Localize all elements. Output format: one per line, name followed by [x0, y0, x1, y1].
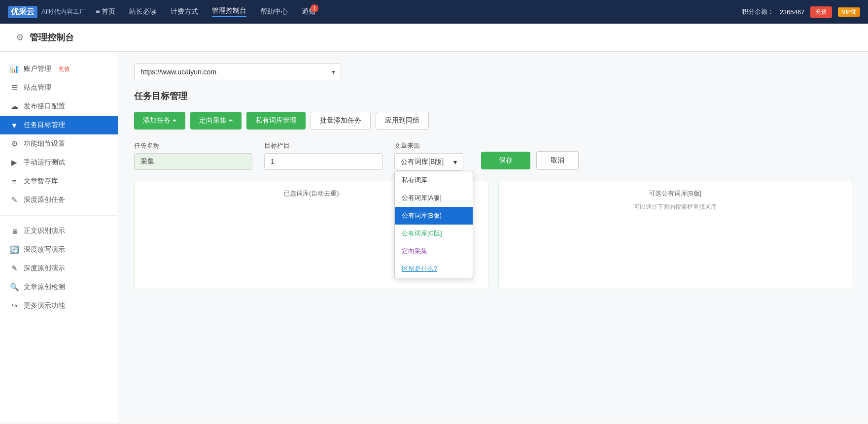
sidebar-label-draft: 文章暂存库 [24, 177, 58, 186]
target-col-input[interactable] [264, 153, 382, 170]
source-option-private[interactable]: 私有词库 [395, 171, 473, 189]
page-title: 管理控制台 [30, 32, 74, 43]
task-name-label: 任务名称 [134, 141, 252, 150]
nav-home[interactable]: ≡ 首页 [96, 7, 115, 16]
logo-tagline: AI时代内容工厂 [41, 7, 86, 16]
batch-add-button[interactable]: 批量添加任务 [311, 112, 371, 130]
sidebar-label-settings: 功能细节设置 [24, 139, 65, 148]
play-icon: ▶ [10, 158, 19, 167]
gear-icon: ⚙ [10, 139, 19, 148]
settings-icon: ⚙ [16, 32, 24, 43]
nav-dashboard[interactable]: 管理控制台 [212, 6, 246, 17]
sidebar: 📊 账户管理 充值 ☰ 站点管理 ☁ 发布接口配置 ▼ 任务目标管理 ⚙ 功能细… [0, 52, 118, 423]
list-icon: ☰ [10, 83, 19, 92]
edit-icon: ✎ [10, 196, 19, 204]
refresh-icon: 🔄 [10, 245, 19, 254]
nav-notif[interactable]: 通知 1 [302, 7, 315, 16]
directed-collect-button[interactable]: 定向采集 + [190, 112, 242, 130]
sidebar-item-demo2[interactable]: 🔄 深度改写演示 [0, 240, 118, 259]
nav-pricing[interactable]: 计费方式 [171, 7, 198, 16]
cloud-icon: ☁ [10, 102, 19, 111]
source-selected-label: 公有词库[B版] [401, 158, 444, 166]
filter-icon: ▼ [10, 121, 19, 130]
toolbar: 添加任务 + 定向采集 + 私有词库管理 批量添加任务 应用到同组 [134, 112, 852, 130]
sidebar-item-demo5[interactable]: ↪ 更多演示功能 [0, 296, 118, 315]
panels-row: 已选词库(自动去重) 可选公有词库[B版] 可以通过下面的搜索框查找词库 [134, 181, 852, 289]
private-lib-button[interactable]: 私有词库管理 [246, 112, 306, 130]
recharge-button[interactable]: 充值 [810, 6, 832, 18]
top-nav: 优采云 AI时代内容工厂 ≡ 首页 站长必读 计费方式 管理控制台 帮助中心 通… [0, 0, 868, 24]
sidebar-label-demo3: 深度原创演示 [24, 264, 65, 273]
points-value: 2365467 [780, 8, 805, 16]
sidebar-label-account: 账户管理 [24, 65, 51, 73]
notif-badge: 1 [311, 4, 318, 12]
url-select[interactable]: https://www.ucaiyun.com [134, 64, 341, 80]
sidebar-label-site: 站点管理 [24, 83, 51, 92]
main-layout: 📊 账户管理 充值 ☰ 站点管理 ☁ 发布接口配置 ▼ 任务目标管理 ⚙ 功能细… [0, 52, 868, 423]
sidebar-item-demo3[interactable]: ✎ 深度原创演示 [0, 259, 118, 278]
sidebar-item-demo1[interactable]: 🖥 正文识别演示 [0, 222, 118, 240]
right-panel-hint: 可以通过下面的搜索框查找词库 [507, 203, 844, 211]
sidebar-label-demo4: 文章原创检测 [24, 283, 65, 292]
sidebar-item-account[interactable]: 📊 账户管理 充值 [0, 60, 118, 78]
sidebar-item-draft[interactable]: ≡ 文章暂存库 [0, 172, 118, 191]
sidebar-label-task: 任务目标管理 [24, 121, 65, 130]
source-group: 文章来源 公有词库[B版] ▾ 私有词库 公有词库[A版] 公有词库[B版] 公… [394, 141, 463, 171]
target-col-group: 目标栏目 [264, 141, 382, 170]
nav-must-read[interactable]: 站长必读 [129, 7, 157, 16]
nav-right: 积分余额： 2365467 充值 VIP优 [742, 6, 860, 18]
form-actions: 保存 取消 [481, 151, 579, 170]
content-area: https://www.ucaiyun.com ▾ 任务目标管理 添加任务 + … [118, 52, 868, 423]
source-label: 文章来源 [394, 141, 463, 150]
save-button[interactable]: 保存 [481, 152, 530, 169]
logo-box: 优采云 [8, 6, 37, 18]
logo: 优采云 AI时代内容工厂 [8, 6, 86, 18]
cancel-button[interactable]: 取消 [536, 151, 579, 170]
sidebar-label-demo1: 正文识别演示 [24, 227, 65, 235]
add-task-button[interactable]: 添加任务 + [134, 112, 185, 130]
source-option-diff-link[interactable]: 区别是什么? [395, 260, 473, 278]
vip-badge: VIP优 [838, 7, 860, 17]
monitor-icon: 🖥 [10, 227, 19, 235]
source-dropdown: 私有词库 公有词库[A版] 公有词库[B版] 公有词库[C版] 定向采集 区别是… [394, 171, 473, 278]
source-select-box[interactable]: 公有词库[B版] ▾ [394, 153, 463, 171]
sidebar-divider [0, 215, 118, 216]
nav-items: ≡ 首页 站长必读 计费方式 管理控制台 帮助中心 通知 1 [96, 6, 741, 17]
sidebar-item-site[interactable]: ☰ 站点管理 [0, 78, 118, 97]
form-row: 任务名称 目标栏目 文章来源 公有词库[B版] ▾ 私有词库 公有词库[A版] … [134, 141, 852, 171]
sidebar-item-publish[interactable]: ☁ 发布接口配置 [0, 97, 118, 116]
pencil-icon: ✎ [10, 264, 19, 273]
sidebar-label-demo5: 更多演示功能 [24, 301, 65, 310]
task-name-group: 任务名称 [134, 141, 252, 170]
sidebar-item-original-task[interactable]: ✎ 深度原创任务 [0, 191, 118, 209]
sidebar-label-publish: 发布接口配置 [24, 102, 65, 111]
sidebar-recharge-link[interactable]: 充值 [58, 65, 70, 73]
sidebar-label-original-task: 深度原创任务 [24, 196, 65, 204]
section-title: 任务目标管理 [134, 90, 852, 102]
apply-group-button[interactable]: 应用到同组 [376, 112, 429, 130]
source-option-directed[interactable]: 定向采集 [395, 242, 473, 260]
target-col-label: 目标栏目 [264, 141, 382, 150]
source-option-public-a[interactable]: 公有词库[A版] [395, 189, 473, 207]
right-panel-title: 可选公有词库[B版] [507, 189, 844, 198]
sidebar-item-manual[interactable]: ▶ 手动运行测试 [0, 153, 118, 172]
source-option-public-b[interactable]: 公有词库[B版] [395, 207, 473, 225]
db-icon: ≡ [10, 177, 19, 186]
nav-help[interactable]: 帮助中心 [260, 7, 288, 16]
sidebar-label-manual: 手动运行测试 [24, 158, 65, 167]
search-icon: 🔍 [10, 283, 19, 292]
sidebar-item-demo4[interactable]: 🔍 文章原创检测 [0, 278, 118, 296]
url-select-wrapper: https://www.ucaiyun.com ▾ [134, 64, 341, 80]
sidebar-label-demo2: 深度改写演示 [24, 245, 65, 254]
points-label: 积分余额： [742, 7, 774, 16]
right-panel: 可选公有词库[B版] 可以通过下面的搜索框查找词库 [498, 181, 853, 289]
source-dropdown-arrow-icon: ▾ [453, 158, 457, 166]
sidebar-item-settings[interactable]: ⚙ 功能细节设置 [0, 134, 118, 153]
chart-icon: 📊 [10, 65, 19, 73]
arrow-icon: ↪ [10, 301, 19, 310]
task-name-input[interactable] [134, 153, 252, 170]
source-option-public-c[interactable]: 公有词库[C版] [395, 225, 473, 242]
sidebar-item-task[interactable]: ▼ 任务目标管理 [0, 116, 118, 134]
page-header: ⚙ 管理控制台 [0, 24, 868, 52]
